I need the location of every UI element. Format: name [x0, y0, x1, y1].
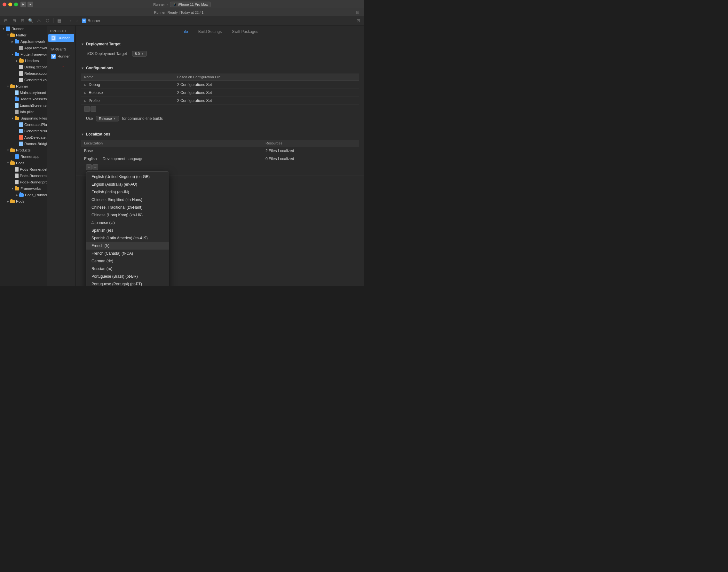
tree-item-label: LaunchScreen.storyboard	[20, 103, 47, 108]
tab-swift-packages[interactable]: Swift Packages	[227, 28, 263, 35]
main-layout: Runner Flutter App.framework AppFramewor…	[0, 25, 364, 286]
tree-supporting-files[interactable]: Supporting Files	[0, 115, 47, 122]
language-dropdown[interactable]: English (United Kingdom) (en-GB) English…	[86, 171, 169, 286]
lang-item-es-419[interactable]: Spanish (Latin America) (es-419)	[86, 234, 169, 242]
remove-localization-button[interactable]: −	[93, 164, 98, 170]
lang-item-en-in[interactable]: English (India) (en-IN)	[86, 188, 169, 196]
lang-item-es[interactable]: Spanish (es)	[86, 227, 169, 234]
tree-item-label: Runner	[16, 84, 28, 88]
loc-row-english[interactable]: English — Development Language 0 Files L…	[81, 155, 359, 163]
tree-arrow	[15, 193, 19, 197]
tree-flutter[interactable]: Flutter	[0, 32, 47, 39]
tab-build-settings[interactable]: Build Settings	[193, 28, 227, 35]
lang-item-fr[interactable]: → French (fr)	[86, 242, 169, 249]
tree-main-storyboard[interactable]: Main.storyboard	[0, 89, 47, 96]
arrow-up-annotation: ↑	[61, 64, 65, 71]
config-row-profile[interactable]: ▶ Profile 2 Configurations Set	[81, 97, 359, 105]
lang-item-zh-hk[interactable]: Chinese (Hong Kong) (zh-HK)	[86, 211, 169, 219]
tree-products[interactable]: Products	[0, 147, 47, 153]
section-triangle: ▼	[81, 43, 84, 46]
tree-assets-xcassets[interactable]: Assets.xcassets	[0, 96, 47, 102]
tree-pods-group[interactable]: Pods	[0, 160, 47, 166]
plist-icon	[19, 46, 23, 50]
scheme-icon[interactable]: ▦	[56, 17, 62, 24]
tree-arrow	[6, 199, 10, 204]
breadcrumb-icon: R	[82, 18, 86, 23]
tree-info-plist[interactable]: Info.plist	[0, 109, 47, 115]
lang-item-ru[interactable]: Russian (ru)	[86, 265, 169, 273]
lang-item-fr-ca[interactable]: French (Canada) (fr-CA)	[86, 249, 169, 257]
tree-frameworks[interactable]: Frameworks	[0, 185, 47, 192]
tree-app-framework[interactable]: App.framework	[0, 39, 47, 45]
targets-section-label: TARGETS	[47, 46, 75, 52]
objc-icon	[19, 129, 23, 133]
remove-config-button[interactable]: −	[90, 106, 96, 112]
tree-gen-plugin-m[interactable]: GeneratedPluginRegistrant.m	[0, 128, 47, 134]
deployment-row: iOS Deployment Target 8.0 ▼	[81, 50, 359, 58]
config-row-debug[interactable]: ▶ Debug 2 Configurations Set	[81, 81, 359, 89]
play-button[interactable]: ▶	[20, 2, 26, 7]
project-runner-item[interactable]: Runner	[48, 34, 74, 42]
deployment-dropdown[interactable]: 8.0 ▼	[132, 51, 147, 57]
tree-bridging-header[interactable]: Runner-Bridging-Header.h	[0, 141, 47, 147]
tree-debug-xcconfig[interactable]: Debug.xcconfig	[0, 64, 47, 70]
loc-row-base[interactable]: Base 2 Files Localized	[81, 147, 359, 155]
lang-item-pt-pt[interactable]: Portuguese (Portugal) (pt-PT)	[86, 280, 169, 286]
loc-header-row: Localization Resources	[81, 140, 359, 147]
lang-item-zh-hant[interactable]: Chinese, Traditional (zh-Hant)	[86, 204, 169, 211]
forward-arrow[interactable]: ›	[74, 18, 80, 24]
lang-item-en-au[interactable]: English (Australia) (en-AU)	[86, 181, 169, 188]
grid-icon[interactable]: ⊟	[19, 17, 25, 24]
toolbar-divider-2	[65, 18, 65, 23]
tree-root-runner[interactable]: Runner	[0, 25, 47, 32]
scheme-badge[interactable]: 📱 iPhone 11 Pro Max	[170, 2, 211, 7]
lang-item-pt-br[interactable]: Portuguese (Brazil) (pt-BR)	[86, 273, 169, 280]
use-row: Use Release ▼ for command-line builds	[81, 113, 359, 124]
add-localization-button[interactable]: +	[86, 164, 92, 170]
tree-generated-xcconfig[interactable]: Generated.xcconfig	[0, 77, 47, 83]
close-button[interactable]	[3, 3, 6, 6]
tab-info[interactable]: Info	[177, 28, 193, 35]
deployment-value: 8.0	[135, 52, 140, 56]
config-row-release[interactable]: ▶ Release 2 Configurations Set	[81, 89, 359, 97]
tree-headers[interactable]: Headers	[0, 58, 47, 64]
xcconfig-icon	[19, 71, 23, 76]
right-panel-toggle[interactable]: ⊡	[355, 17, 361, 24]
lang-item-ja[interactable]: Japanese (ja)	[86, 219, 169, 227]
tree-runner-app[interactable]: Runner.app	[0, 153, 47, 160]
sidebar-toggle-icon[interactable]: ⊟	[3, 17, 9, 24]
plist-icon	[15, 110, 18, 114]
localizations-title: Localizations	[86, 132, 110, 136]
use-dropdown[interactable]: Release ▼	[96, 116, 119, 122]
tree-release-xcconfig[interactable]: Release.xcconfig	[0, 70, 47, 77]
dropdown-arrow-icon: ▼	[141, 52, 144, 55]
folder-icon	[10, 149, 15, 152]
tree-appframeworkinfo[interactable]: AppFrameworkInfo.plist	[0, 45, 47, 51]
tree-pods-root[interactable]: Pods	[0, 198, 47, 205]
tree-gen-plugin-h[interactable]: GeneratedPluginRegistrant.h	[0, 122, 47, 128]
warning-icon[interactable]: ⚠	[36, 17, 42, 24]
tree-pods-release[interactable]: Pods-Runner.release.xcconfig	[0, 172, 47, 179]
tree-launchscreen-storyboard[interactable]: LaunchScreen.storyboard	[0, 102, 47, 109]
lang-item-de[interactable]: German (de)	[86, 257, 169, 265]
minimize-button[interactable]	[8, 3, 12, 6]
tree-appdelegate-swift[interactable]: AppDelegate.swift	[0, 134, 47, 141]
search-icon[interactable]: 🔍	[27, 17, 34, 24]
tree-pods-runner-framework[interactable]: Pods_Runner.framework	[0, 192, 47, 198]
zoom-button[interactable]	[14, 3, 18, 6]
layout-icon[interactable]: ⊞	[11, 17, 17, 24]
stop-button[interactable]: ■	[27, 2, 33, 7]
loc-base-name: Base	[81, 147, 262, 155]
tree-flutter-framework[interactable]: Flutter.framework	[0, 51, 47, 58]
tree-runner-folder[interactable]: Runner	[0, 83, 47, 89]
target-runner-item[interactable]: Runner	[48, 52, 74, 60]
tree-pods-debug[interactable]: Pods-Runner.debug.xcconfig	[0, 166, 47, 172]
tree-item-label: Frameworks	[20, 187, 41, 191]
breakpoint-icon[interactable]: ⬡	[44, 17, 51, 24]
back-arrow[interactable]: ‹	[68, 18, 73, 24]
lang-item-en-gb[interactable]: English (United Kingdom) (en-GB)	[86, 173, 169, 181]
lang-item-zh-hans[interactable]: Chinese, Simplified (zh-Hans)	[86, 196, 169, 204]
inspector-toggle[interactable]: ⊞	[354, 9, 361, 16]
add-config-button[interactable]: +	[84, 106, 90, 112]
tree-pods-profile[interactable]: Pods-Runner.profile.xcconfig	[0, 179, 47, 185]
